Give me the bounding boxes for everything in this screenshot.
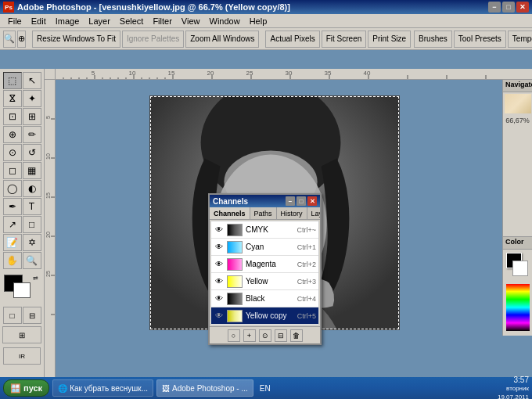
- screen-mode-btn[interactable]: ⊞: [2, 326, 41, 343]
- channels-list: 👁 CMYK Ctrl+~ 👁 Cyan Ctrl+1 👁 Magenta Ct…: [210, 221, 319, 325]
- channel-shortcut-yellow-copy: Ctrl+5: [297, 312, 316, 320]
- menu-edit[interactable]: Edit: [27, 16, 51, 27]
- channel-name-cyan: Cyan: [246, 243, 297, 251]
- svg-text:5: 5: [92, 70, 95, 77]
- menu-view[interactable]: View: [177, 16, 205, 27]
- menu-filter[interactable]: Filter: [148, 16, 176, 27]
- channel-row-yellow-copy[interactable]: 👁 Yellow copy Ctrl+5: [211, 307, 318, 325]
- channel-save-btn[interactable]: ⊟: [275, 329, 287, 342]
- channel-eye-yellow-copy[interactable]: 👁: [214, 311, 225, 322]
- color-picker[interactable]: ⇄: [4, 275, 40, 303]
- resize-windows-btn[interactable]: Resize Windows To Fit: [32, 31, 120, 48]
- marquee-tool[interactable]: ⬚: [3, 72, 22, 89]
- zoom-all-windows-btn[interactable]: Zoom All Windows: [185, 31, 259, 48]
- maximize-button[interactable]: □: [502, 2, 515, 13]
- clock-time: 3:57: [498, 375, 529, 385]
- type-tool[interactable]: T: [23, 198, 41, 215]
- crop-tool[interactable]: ⊡: [3, 108, 22, 125]
- channel-eye-yellow[interactable]: 👁: [214, 276, 225, 287]
- menu-help[interactable]: Help: [245, 16, 272, 27]
- channel-row-magenta[interactable]: 👁 Magenta Ctrl+2: [211, 256, 318, 273]
- shape-tool[interactable]: □: [23, 216, 41, 233]
- hand-tool[interactable]: ✋: [3, 252, 22, 269]
- actual-pixels-btn[interactable]: Actual Pixels: [265, 31, 319, 48]
- panel-minimize-btn[interactable]: −: [286, 196, 295, 206]
- fit-screen-btn[interactable]: Fit Screen: [322, 31, 367, 48]
- menu-window[interactable]: Window: [205, 16, 245, 27]
- channel-eye-magenta[interactable]: 👁: [214, 259, 225, 270]
- channel-eye-black[interactable]: 👁: [214, 293, 225, 304]
- move-tool[interactable]: ↖: [23, 72, 41, 89]
- channel-load-btn[interactable]: ⊙: [259, 329, 271, 342]
- magic-wand-tool[interactable]: ✦: [23, 90, 41, 107]
- gradient-tool[interactable]: ▦: [23, 162, 41, 179]
- channel-new-btn[interactable]: +: [243, 329, 256, 342]
- panel-close-btn[interactable]: ✕: [307, 196, 317, 206]
- color-gradient-bar[interactable]: [506, 284, 530, 331]
- pen-tool[interactable]: ✒: [3, 198, 22, 215]
- menu-select[interactable]: Select: [115, 16, 149, 27]
- fg-bg-color-swatch[interactable]: [506, 253, 532, 280]
- print-size-btn[interactable]: Print Size: [368, 31, 411, 48]
- taskbar-item-photoshop[interactable]: 🖼 Adobe Photoshop - ...: [156, 379, 253, 397]
- tempo-btn[interactable]: Tempo: [508, 31, 532, 48]
- tab-history[interactable]: History: [277, 207, 307, 219]
- tool-row-9: ↗ □: [3, 216, 41, 233]
- clock-date: вторник19.07.2011: [498, 385, 529, 399]
- taskbar-language[interactable]: EN: [257, 384, 274, 393]
- menu-image[interactable]: Image: [51, 16, 84, 27]
- browser-label: Как убрать веснушк...: [70, 384, 148, 393]
- ignore-palettes-btn[interactable]: Ignore Palettes: [122, 31, 184, 48]
- standard-mode[interactable]: □: [3, 307, 22, 324]
- tab-paths[interactable]: Paths: [250, 207, 277, 219]
- zoom-tool[interactable]: 🔍: [23, 252, 41, 269]
- background-color[interactable]: [13, 282, 31, 298]
- channel-eye-cmyk[interactable]: 👁: [214, 225, 225, 235]
- swap-colors-icon[interactable]: ⇄: [33, 275, 38, 282]
- minimize-button[interactable]: −: [488, 2, 501, 13]
- dodge-tool[interactable]: ◐: [23, 180, 41, 197]
- notes-tool[interactable]: 📝: [3, 234, 22, 251]
- channel-eye-cyan[interactable]: 👁: [214, 242, 225, 253]
- brushes-btn[interactable]: Brushes: [414, 31, 452, 48]
- clone-tool[interactable]: ⊙: [3, 144, 22, 161]
- channel-row-yellow[interactable]: 👁 Yellow Ctrl+3: [211, 273, 318, 290]
- color-panel-title: Color: [503, 237, 532, 250]
- channel-row-cyan[interactable]: 👁 Cyan Ctrl+1: [211, 239, 318, 256]
- slice-tool[interactable]: ⊞: [23, 108, 41, 125]
- menu-layer[interactable]: Layer: [84, 16, 115, 27]
- eyedropper-tool[interactable]: ✡: [23, 234, 41, 251]
- zoom-in-button[interactable]: 🔍: [3, 31, 16, 48]
- svg-text:20: 20: [207, 70, 214, 77]
- menu-file[interactable]: File: [3, 16, 27, 27]
- taskbar-item-browser[interactable]: 🌐 Как убрать веснушк...: [52, 379, 153, 397]
- close-button[interactable]: ✕: [516, 2, 529, 13]
- blur-tool[interactable]: ◯: [3, 180, 22, 197]
- background-color-swatch[interactable]: [512, 261, 528, 276]
- tab-channels[interactable]: Channels: [210, 207, 250, 219]
- tab-layers[interactable]: Layers: [307, 207, 320, 219]
- tool-row-2: ⴵ ✦: [3, 90, 41, 107]
- taskbar: 🪟 пуск 🌐 Как убрать веснушк... 🖼 Adobe P…: [0, 377, 532, 399]
- start-button[interactable]: 🪟 пуск: [3, 379, 49, 397]
- zoom-fit-button[interactable]: ⊕: [17, 31, 26, 48]
- channel-row-cmyk[interactable]: 👁 CMYK Ctrl+~: [211, 221, 318, 239]
- channel-row-black[interactable]: 👁 Black Ctrl+4: [211, 290, 318, 307]
- navigator-preview: [505, 94, 531, 113]
- svg-text:15: 15: [45, 192, 51, 199]
- tool-presets-btn[interactable]: Tool Presets: [454, 31, 506, 48]
- imageready-btn[interactable]: IR: [3, 347, 41, 365]
- lasso-tool[interactable]: ⴵ: [3, 90, 22, 107]
- quick-mask-mode[interactable]: ⊟: [23, 307, 41, 324]
- brush-tool[interactable]: ✏: [23, 126, 41, 143]
- channel-options-btn[interactable]: ○: [228, 329, 240, 342]
- healing-tool[interactable]: ⊕: [3, 126, 22, 143]
- path-selection-tool[interactable]: ↗: [3, 216, 22, 233]
- channels-panel: Channels − □ ✕ Channels Paths History La…: [208, 193, 322, 345]
- start-icon: 🪟: [10, 383, 21, 394]
- channel-delete-btn[interactable]: 🗑: [290, 329, 303, 342]
- panel-maximize-btn[interactable]: □: [297, 196, 306, 206]
- history-brush-tool[interactable]: ↺: [23, 144, 41, 161]
- svg-text:20: 20: [45, 232, 51, 238]
- eraser-tool[interactable]: ◻: [3, 162, 22, 179]
